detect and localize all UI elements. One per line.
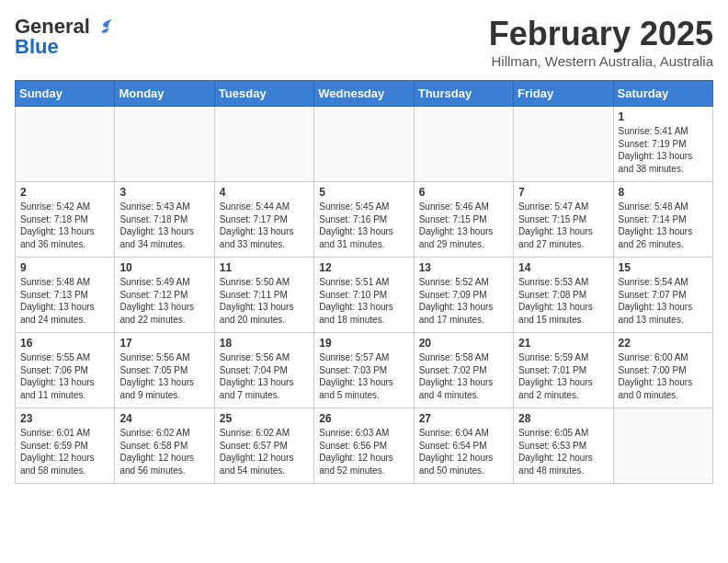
day-of-week-header: Thursday: [414, 81, 513, 107]
logo-blue-text: Blue: [15, 35, 59, 59]
day-number: 20: [419, 337, 508, 350]
day-number: 26: [319, 412, 408, 425]
calendar-week-row: 9Sunrise: 5:48 AM Sunset: 7:13 PM Daylig…: [16, 258, 713, 333]
calendar-cell: 21Sunrise: 5:59 AM Sunset: 7:01 PM Dayli…: [514, 333, 613, 408]
calendar-cell: 11Sunrise: 5:50 AM Sunset: 7:11 PM Dayli…: [214, 258, 313, 333]
calendar-table: SundayMondayTuesdayWednesdayThursdayFrid…: [15, 80, 713, 484]
calendar-cell: 12Sunrise: 5:51 AM Sunset: 7:10 PM Dayli…: [314, 258, 414, 333]
day-info: Sunrise: 5:52 AM Sunset: 7:09 PM Dayligh…: [419, 276, 508, 326]
calendar-week-row: 16Sunrise: 5:55 AM Sunset: 7:06 PM Dayli…: [16, 333, 713, 408]
calendar-week-row: 1Sunrise: 5:41 AM Sunset: 7:19 PM Daylig…: [16, 107, 713, 182]
day-number: 13: [419, 261, 508, 274]
calendar-cell: 3Sunrise: 5:43 AM Sunset: 7:18 PM Daylig…: [115, 182, 214, 258]
day-info: Sunrise: 6:04 AM Sunset: 6:54 PM Dayligh…: [419, 427, 508, 477]
calendar-week-row: 23Sunrise: 6:01 AM Sunset: 6:59 PM Dayli…: [16, 408, 713, 484]
day-info: Sunrise: 6:03 AM Sunset: 6:56 PM Dayligh…: [319, 427, 408, 477]
day-info: Sunrise: 6:05 AM Sunset: 6:53 PM Dayligh…: [518, 427, 608, 477]
location-text: Hillman, Western Australia, Australia: [489, 53, 713, 69]
day-info: Sunrise: 5:53 AM Sunset: 7:08 PM Dayligh…: [518, 276, 608, 326]
calendar-cell: 24Sunrise: 6:02 AM Sunset: 6:58 PM Dayli…: [115, 408, 214, 484]
day-info: Sunrise: 5:41 AM Sunset: 7:19 PM Dayligh…: [619, 125, 708, 175]
calendar-cell: [613, 408, 712, 484]
day-info: Sunrise: 5:45 AM Sunset: 7:16 PM Dayligh…: [319, 201, 408, 250]
logo-bird-icon: [94, 17, 114, 36]
day-info: Sunrise: 5:47 AM Sunset: 7:15 PM Dayligh…: [518, 201, 608, 250]
calendar-cell: 28Sunrise: 6:05 AM Sunset: 6:53 PM Dayli…: [514, 408, 613, 484]
day-number: 23: [20, 412, 109, 425]
calendar-cell: 22Sunrise: 6:00 AM Sunset: 7:00 PM Dayli…: [613, 333, 712, 408]
day-info: Sunrise: 6:00 AM Sunset: 7:00 PM Dayligh…: [619, 351, 708, 401]
day-number: 2: [20, 186, 109, 199]
day-number: 16: [20, 337, 109, 350]
day-info: Sunrise: 5:55 AM Sunset: 7:06 PM Dayligh…: [20, 351, 109, 401]
logo: General Blue: [15, 15, 114, 59]
day-number: 14: [518, 261, 608, 274]
day-info: Sunrise: 5:43 AM Sunset: 7:18 PM Dayligh…: [119, 201, 209, 250]
page-header: General Blue February 2025 Hillman, West…: [15, 15, 713, 69]
calendar-cell: [115, 107, 214, 182]
calendar-week-row: 2Sunrise: 5:42 AM Sunset: 7:18 PM Daylig…: [16, 182, 713, 258]
day-info: Sunrise: 5:58 AM Sunset: 7:02 PM Dayligh…: [419, 351, 508, 401]
day-number: 15: [619, 261, 708, 274]
calendar-cell: [414, 107, 513, 182]
day-number: 3: [119, 186, 209, 199]
day-info: Sunrise: 5:49 AM Sunset: 7:12 PM Dayligh…: [119, 276, 209, 326]
day-number: 1: [619, 110, 708, 123]
calendar-cell: 13Sunrise: 5:52 AM Sunset: 7:09 PM Dayli…: [414, 258, 513, 333]
calendar-header: SundayMondayTuesdayWednesdayThursdayFrid…: [16, 81, 713, 107]
calendar-cell: 6Sunrise: 5:46 AM Sunset: 7:15 PM Daylig…: [414, 182, 513, 258]
calendar-cell: 25Sunrise: 6:02 AM Sunset: 6:57 PM Dayli…: [214, 408, 313, 484]
day-number: 11: [220, 261, 309, 274]
day-of-week-header: Friday: [514, 81, 613, 107]
day-info: Sunrise: 5:51 AM Sunset: 7:10 PM Dayligh…: [319, 276, 408, 326]
day-info: Sunrise: 5:56 AM Sunset: 7:04 PM Dayligh…: [220, 351, 309, 401]
day-info: Sunrise: 5:48 AM Sunset: 7:14 PM Dayligh…: [619, 201, 708, 250]
calendar-cell: 9Sunrise: 5:48 AM Sunset: 7:13 PM Daylig…: [16, 258, 115, 333]
calendar-cell: 18Sunrise: 5:56 AM Sunset: 7:04 PM Dayli…: [214, 333, 313, 408]
day-info: Sunrise: 5:44 AM Sunset: 7:17 PM Dayligh…: [220, 201, 309, 250]
calendar-cell: 17Sunrise: 5:56 AM Sunset: 7:05 PM Dayli…: [115, 333, 214, 408]
day-info: Sunrise: 5:57 AM Sunset: 7:03 PM Dayligh…: [319, 351, 408, 401]
month-title: February 2025: [489, 15, 713, 53]
day-info: Sunrise: 5:54 AM Sunset: 7:07 PM Dayligh…: [619, 276, 708, 326]
day-number: 5: [319, 186, 408, 199]
day-number: 9: [20, 261, 109, 274]
day-number: 21: [518, 337, 608, 350]
day-of-week-header: Saturday: [613, 81, 712, 107]
calendar-cell: 16Sunrise: 5:55 AM Sunset: 7:06 PM Dayli…: [16, 333, 115, 408]
day-info: Sunrise: 6:02 AM Sunset: 6:58 PM Dayligh…: [119, 427, 209, 477]
calendar-cell: [314, 107, 414, 182]
day-number: 8: [619, 186, 708, 199]
calendar-cell: 2Sunrise: 5:42 AM Sunset: 7:18 PM Daylig…: [16, 182, 115, 258]
calendar-cell: [214, 107, 313, 182]
calendar-cell: 1Sunrise: 5:41 AM Sunset: 7:19 PM Daylig…: [613, 107, 712, 182]
day-info: Sunrise: 6:02 AM Sunset: 6:57 PM Dayligh…: [220, 427, 309, 477]
calendar-cell: 26Sunrise: 6:03 AM Sunset: 6:56 PM Dayli…: [314, 408, 414, 484]
calendar-cell: 7Sunrise: 5:47 AM Sunset: 7:15 PM Daylig…: [514, 182, 613, 258]
day-of-week-header: Wednesday: [314, 81, 414, 107]
calendar-cell: 8Sunrise: 5:48 AM Sunset: 7:14 PM Daylig…: [613, 182, 712, 258]
day-number: 4: [220, 186, 309, 199]
day-info: Sunrise: 5:59 AM Sunset: 7:01 PM Dayligh…: [518, 351, 608, 401]
day-number: 7: [518, 186, 608, 199]
calendar-cell: 14Sunrise: 5:53 AM Sunset: 7:08 PM Dayli…: [514, 258, 613, 333]
day-number: 12: [319, 261, 408, 274]
day-number: 10: [119, 261, 209, 274]
day-number: 19: [319, 337, 408, 350]
calendar-cell: 19Sunrise: 5:57 AM Sunset: 7:03 PM Dayli…: [314, 333, 414, 408]
day-info: Sunrise: 5:50 AM Sunset: 7:11 PM Dayligh…: [220, 276, 309, 326]
day-number: 25: [220, 412, 309, 425]
day-info: Sunrise: 5:46 AM Sunset: 7:15 PM Dayligh…: [419, 201, 508, 250]
day-number: 6: [419, 186, 508, 199]
calendar-cell: 23Sunrise: 6:01 AM Sunset: 6:59 PM Dayli…: [16, 408, 115, 484]
calendar-cell: [514, 107, 613, 182]
day-info: Sunrise: 6:01 AM Sunset: 6:59 PM Dayligh…: [20, 427, 109, 477]
day-number: 24: [119, 412, 209, 425]
day-info: Sunrise: 5:56 AM Sunset: 7:05 PM Dayligh…: [119, 351, 209, 401]
day-info: Sunrise: 5:42 AM Sunset: 7:18 PM Dayligh…: [20, 201, 109, 250]
calendar-cell: 5Sunrise: 5:45 AM Sunset: 7:16 PM Daylig…: [314, 182, 414, 258]
day-number: 27: [419, 412, 508, 425]
day-number: 28: [518, 412, 608, 425]
day-of-week-header: Monday: [115, 81, 214, 107]
calendar-cell: [16, 107, 115, 182]
